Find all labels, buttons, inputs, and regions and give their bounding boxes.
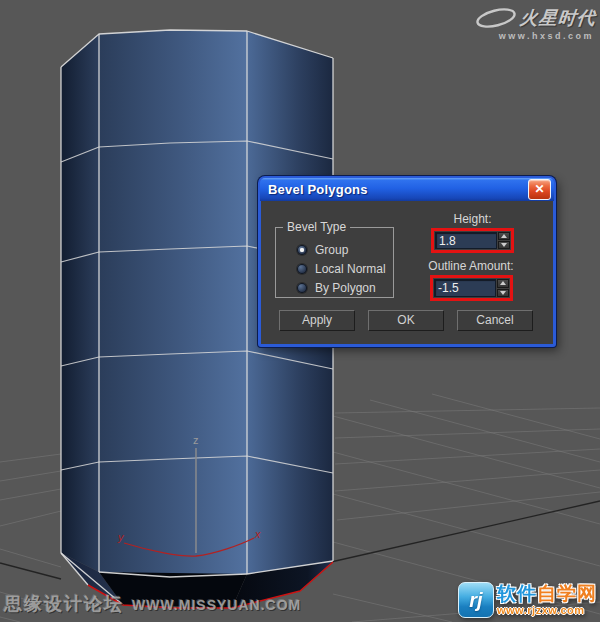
height-field-highlight [431,228,514,253]
apply-button[interactable]: Apply [279,310,355,331]
cancel-button[interactable]: Cancel [457,310,533,331]
rjzxw-logo: rj 软件自学网 www.rjzxw.com [458,582,597,618]
dialog-title: Bevel Polygons [268,182,368,197]
outline-spinner-down-icon[interactable] [497,289,509,298]
bevel-type-groupbox: Bevel Type Group Local Normal By Polygon [275,227,394,298]
axis-label-x: x [254,528,261,540]
close-icon[interactable]: ✕ [528,179,551,200]
height-spinner [498,232,510,249]
hxsd-swoosh-icon [474,6,518,30]
radio-local-normal-label: Local Normal [315,262,386,276]
radio-by-polygon-label: By Polygon [315,281,376,295]
missyuan-watermark: 思缘设计论坛 WWW.MISSYUAN.COM [4,592,301,616]
dialog-titlebar[interactable]: Bevel Polygons ✕ [260,178,554,201]
radio-row-group[interactable]: Group [297,243,348,257]
radio-row-by-polygon[interactable]: By Polygon [297,281,376,295]
height-spinner-down-icon[interactable] [498,241,510,249]
radio-group-label: Group [315,243,348,257]
hxsd-logo-text: 火星时代 [519,6,598,30]
height-input[interactable] [435,232,497,249]
radio-row-local-normal[interactable]: Local Normal [297,262,386,276]
bevel-polygons-dialog: Bevel Polygons ✕ Bevel Type Group Local … [258,176,556,347]
outline-amount-label: Outline Amount: [411,259,531,273]
bevel-type-legend: Bevel Type [283,220,350,234]
missyuan-url: WWW.MISSYUAN.COM [132,597,301,613]
rjzxw-name: 软件自学网 [497,584,597,603]
hxsd-url: www.hxsd.com [499,31,594,41]
rjzxw-logo-icon: rj [458,582,494,618]
radio-by-polygon[interactable] [297,283,307,293]
cylinder-face-front[interactable] [99,30,247,577]
rjzxw-name-blue: 软件 [497,583,537,604]
hxsd-logo: 火星时代 www.hxsd.com [474,6,596,41]
ok-button[interactable]: OK [368,310,444,331]
radio-local-normal[interactable] [297,264,307,274]
outline-spinner-up-icon[interactable] [497,279,509,288]
outline-amount-input[interactable] [434,279,496,297]
cylinder-face-left[interactable] [61,34,99,572]
rjzxw-name-orange: 自学网 [537,583,597,604]
outline-spinner [497,279,509,297]
axis-label-z: z [193,434,199,446]
height-label: Height: [431,212,514,226]
rjzxw-url: www.rjzxw.com [497,605,597,616]
outline-field-highlight [430,275,513,301]
height-spinner-up-icon[interactable] [498,232,510,240]
missyuan-name: 思缘设计论坛 [4,592,124,616]
radio-group[interactable] [297,245,307,255]
